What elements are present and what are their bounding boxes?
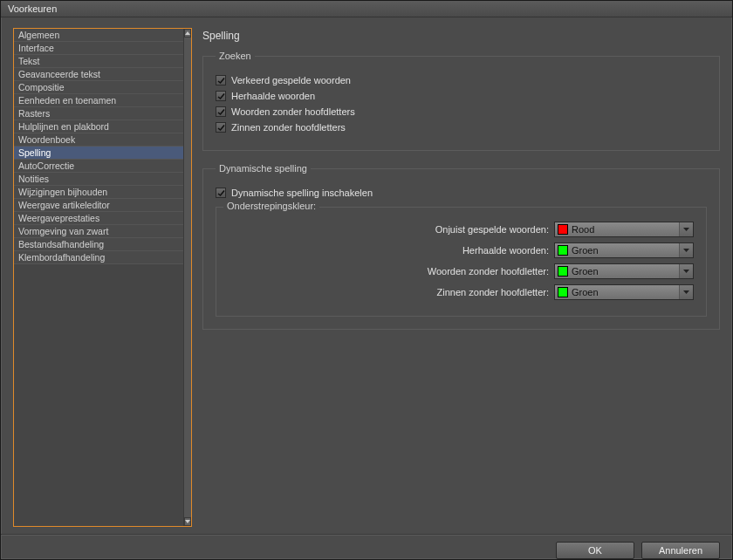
scroll-down-arrow[interactable]	[184, 517, 191, 526]
check-label: Verkeerd gespelde woorden	[231, 75, 351, 85]
panel-title: Spelling	[202, 30, 720, 42]
checkbox-icon[interactable]	[216, 188, 226, 198]
sidebar-item[interactable]: Algemeen	[14, 29, 183, 42]
dynamic-legend: Dynamische spelling	[216, 163, 311, 174]
chevron-down-icon[interactable]	[679, 264, 693, 278]
color-row: Woorden zonder hoofdletter:Groen	[229, 263, 694, 279]
check-label: Zinnen zonder hoofdletters	[231, 122, 346, 133]
color-name: Rood	[572, 224, 679, 235]
color-select[interactable]: Groen	[554, 284, 694, 300]
color-label: Onjuist gespelde woorden:	[435, 224, 549, 235]
color-swatch	[558, 266, 568, 277]
sidebar-item[interactable]: Tekst	[14, 55, 183, 68]
color-row: Zinnen zonder hoofdletter:Groen	[229, 284, 694, 300]
dialog-content: AlgemeenInterfaceTekstGeavanceerde tekst…	[1, 17, 732, 534]
check-label: Woorden zonder hoofdletters	[231, 106, 355, 117]
color-select[interactable]: Groen	[554, 263, 694, 279]
svg-marker-4	[683, 270, 689, 273]
color-name: Groen	[572, 245, 679, 256]
checkbox-icon[interactable]	[216, 106, 226, 117]
find-check-row[interactable]: Herhaalde woorden	[216, 91, 707, 101]
chevron-down-icon[interactable]	[679, 285, 693, 299]
color-label: Herhaalde woorden:	[462, 245, 549, 256]
sidebar-item[interactable]: Eenheden en toenamen	[14, 94, 183, 107]
sidebar-item[interactable]: Bestandsafhandeling	[14, 238, 183, 251]
enable-dynamic-row[interactable]: Dynamische spelling inschakelen	[216, 188, 707, 198]
sidebar-item[interactable]: Wijzigingen bijhouden	[14, 186, 183, 199]
color-select[interactable]: Rood	[554, 222, 694, 237]
sidebar-item[interactable]: Weergave artikeleditor	[14, 199, 183, 212]
color-name: Groen	[572, 287, 679, 297]
underline-legend: Onderstrepingskleur:	[223, 201, 319, 211]
sidebar-item[interactable]: Interface	[14, 42, 183, 55]
sidebar-scrollbar[interactable]	[183, 29, 191, 526]
sidebar-item[interactable]: Compositie	[14, 81, 183, 94]
sidebar-item[interactable]: Spelling	[14, 147, 183, 160]
find-check-row[interactable]: Zinnen zonder hoofdletters	[216, 122, 707, 133]
preferences-dialog: Voorkeuren AlgemeenInterfaceTekstGeavanc…	[0, 0, 733, 560]
sidebar-item[interactable]: Notities	[14, 173, 183, 186]
dialog-footer: OK Annuleren	[1, 534, 732, 560]
svg-marker-1	[185, 520, 190, 523]
main-panel: Spelling Zoeken Verkeerd gespelde woorde…	[202, 28, 720, 527]
color-select[interactable]: Groen	[554, 242, 694, 258]
category-list[interactable]: AlgemeenInterfaceTekstGeavanceerde tekst…	[14, 29, 183, 526]
color-swatch	[558, 287, 568, 297]
check-label: Herhaalde woorden	[231, 91, 315, 101]
checkbox-icon[interactable]	[216, 91, 226, 101]
find-group: Zoeken Verkeerd gespelde woordenHerhaald…	[202, 51, 720, 151]
find-check-row[interactable]: Verkeerd gespelde woorden	[216, 75, 707, 85]
ok-button[interactable]: OK	[556, 542, 634, 559]
enable-dynamic-label: Dynamische spelling inschakelen	[231, 188, 373, 198]
chevron-down-icon[interactable]	[679, 222, 693, 236]
color-name: Groen	[572, 266, 679, 277]
sidebar-item[interactable]: Klembordafhandeling	[14, 251, 183, 264]
sidebar-item[interactable]: Weergaveprestaties	[14, 212, 183, 225]
window-title: Voorkeuren	[8, 3, 57, 14]
svg-marker-3	[683, 249, 689, 252]
category-sidebar: AlgemeenInterfaceTekstGeavanceerde tekst…	[13, 28, 192, 527]
chevron-down-icon[interactable]	[679, 243, 693, 257]
find-check-row[interactable]: Woorden zonder hoofdletters	[216, 106, 707, 117]
scroll-up-arrow[interactable]	[184, 29, 191, 38]
dynamic-group: Dynamische spelling Dynamische spelling …	[202, 163, 720, 330]
color-label: Woorden zonder hoofdletter:	[428, 266, 549, 277]
underline-color-group: Onderstrepingskleur: Onjuist gespelde wo…	[216, 207, 707, 317]
svg-marker-0	[185, 31, 190, 35]
color-row: Onjuist gespelde woorden:Rood	[229, 222, 694, 237]
sidebar-item[interactable]: Woordenboek	[14, 133, 183, 147]
sidebar-item[interactable]: AutoCorrectie	[14, 160, 183, 173]
find-legend: Zoeken	[216, 51, 255, 61]
color-row: Herhaalde woorden:Groen	[229, 242, 694, 258]
sidebar-item[interactable]: Vormgeving van zwart	[14, 225, 183, 238]
sidebar-item[interactable]: Geavanceerde tekst	[14, 68, 183, 81]
sidebar-item[interactable]: Rasters	[14, 107, 183, 120]
color-label: Zinnen zonder hoofdletter:	[437, 287, 549, 297]
checkbox-icon[interactable]	[216, 75, 226, 85]
svg-marker-5	[683, 290, 689, 294]
titlebar: Voorkeuren	[1, 1, 732, 17]
checkbox-icon[interactable]	[216, 122, 226, 133]
svg-marker-2	[683, 228, 689, 231]
color-swatch	[558, 224, 568, 235]
sidebar-item[interactable]: Hulplijnen en plakbord	[14, 120, 183, 133]
color-swatch	[558, 245, 568, 256]
cancel-button[interactable]: Annuleren	[641, 542, 720, 559]
